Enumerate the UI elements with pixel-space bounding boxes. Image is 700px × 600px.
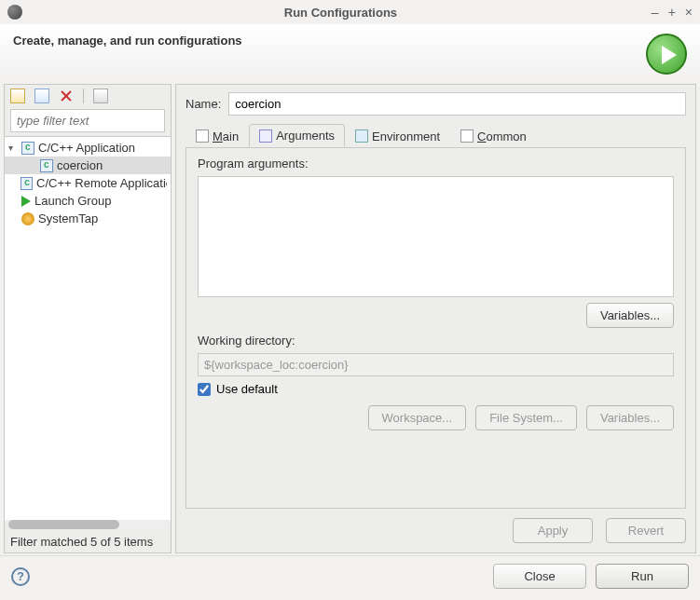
horizontal-scrollbar[interactable] [8, 520, 167, 529]
close-window-button[interactable]: × [685, 5, 693, 20]
tabs: Main Arguments Environment Common [185, 124, 686, 148]
tree-item-cpp-app[interactable]: ▾ C/C++ Application [5, 139, 171, 157]
working-directory-label: Working directory: [198, 334, 674, 348]
program-arguments-label: Program arguments: [198, 157, 674, 170]
filter-input[interactable] [10, 109, 165, 132]
tree-label: C/C++ Remote Application [36, 176, 167, 190]
tab-common[interactable]: Common [450, 124, 537, 147]
program-arguments-input[interactable] [198, 176, 674, 297]
toolbar-separator [83, 89, 84, 103]
variables-workdir-button: Variables... [586, 405, 674, 430]
file-system-button: File System... [475, 405, 577, 430]
name-label: Name: [185, 97, 221, 111]
c-app-icon [21, 142, 34, 155]
collapse-all-icon[interactable] [93, 89, 108, 103]
config-toolbar [5, 85, 171, 107]
tab-content-arguments: Program arguments: Variables... Working … [185, 147, 686, 509]
tab-environment[interactable]: Environment [345, 124, 450, 147]
launch-group-icon [21, 196, 31, 207]
tab-label: Environment [372, 130, 440, 143]
maximize-button[interactable]: + [668, 5, 676, 20]
arguments-tab-icon [259, 130, 272, 143]
tree-item-coercion[interactable]: coercion [5, 157, 171, 174]
titlebar: Run Configurations – + × [0, 0, 700, 24]
use-default-checkbox[interactable] [198, 383, 211, 396]
c-remote-icon [21, 177, 33, 190]
new-config-icon[interactable] [10, 89, 25, 103]
environment-tab-icon [355, 130, 368, 143]
working-directory-input [198, 353, 674, 376]
tree-label: C/C++ Application [38, 141, 135, 155]
expand-arrow-icon[interactable]: ▾ [8, 143, 18, 153]
run-button[interactable]: Run [596, 564, 689, 589]
help-icon[interactable]: ? [11, 567, 30, 586]
config-tree[interactable]: ▾ C/C++ Application coercion C/C++ Remot… [5, 136, 171, 520]
tab-label: ommon [486, 130, 526, 143]
filter-status: Filter matched 5 of 5 items [5, 533, 171, 552]
tab-main[interactable]: Main [185, 124, 249, 147]
tree-item-cpp-remote[interactable]: C/C++ Remote Application [5, 174, 171, 192]
header-title: Create, manage, and run configurations [13, 34, 646, 48]
window-title: Run Configurations [30, 6, 652, 20]
variables-button[interactable]: Variables... [586, 303, 674, 328]
app-icon [7, 5, 22, 20]
header: Create, manage, and run configurations [0, 24, 700, 80]
tree-item-launch-group[interactable]: Launch Group [5, 192, 171, 210]
workspace-button: Workspace... [368, 405, 467, 430]
c-app-icon [40, 159, 53, 172]
run-icon [646, 34, 687, 75]
systemtap-icon [21, 212, 34, 225]
revert-button: Revert [606, 518, 686, 543]
tab-arguments[interactable]: Arguments [249, 124, 345, 147]
tab-label: ain [223, 130, 239, 143]
duplicate-config-icon[interactable] [34, 89, 49, 103]
use-default-label: Use default [216, 382, 278, 396]
tree-label: Launch Group [34, 194, 111, 208]
tree-label: SystemTap [38, 211, 98, 225]
delete-config-icon[interactable] [59, 89, 74, 103]
header-subtitle [13, 53, 646, 66]
tree-label: coercion [57, 158, 103, 172]
common-tab-icon [460, 130, 474, 143]
apply-button: Apply [513, 518, 593, 543]
name-input[interactable] [228, 92, 686, 116]
tab-label: Arguments [276, 129, 335, 143]
minimize-button[interactable]: – [652, 5, 659, 20]
footer: ? Close Run [0, 555, 700, 600]
right-panel: Name: Main Arguments Environment Common … [175, 84, 696, 553]
close-button[interactable]: Close [493, 564, 586, 589]
main-tab-icon [196, 130, 209, 143]
tree-item-systemtap[interactable]: SystemTap [5, 210, 171, 227]
left-panel: ▾ C/C++ Application coercion C/C++ Remot… [4, 84, 172, 553]
